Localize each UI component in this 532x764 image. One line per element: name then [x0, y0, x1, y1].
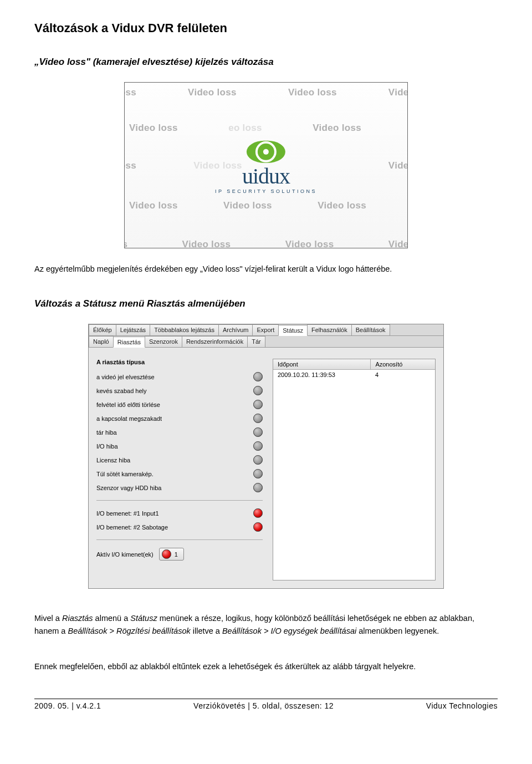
led-icon: [253, 400, 263, 409]
tab-lej-tsz-s[interactable]: Lejátszás: [116, 324, 150, 335]
vloss-text: Video loss: [223, 200, 272, 211]
active-io-output-button[interactable]: 1: [159, 548, 184, 561]
section2-title: Változás a Státusz menü Riasztás almenüj…: [34, 298, 498, 309]
alarm-row: Szenzor vagy HDD hiba: [96, 483, 263, 492]
vloss-text: Video loss: [182, 239, 231, 248]
page-title: Változások a Vidux DVR felületen: [34, 21, 498, 35]
alarm-row: tár hiba: [96, 427, 263, 437]
vidux-logo: uidux IP SECURITY SOLUTIONS: [215, 141, 317, 194]
led-icon: [253, 469, 263, 478]
vloss-text: Video loss: [313, 123, 361, 134]
screenshot-status-menu: ÉlőképLejátszásTöbbablakos lejátszásArch…: [88, 324, 444, 589]
tab-t-r[interactable]: Tár: [247, 336, 265, 347]
vloss-text: Video loss: [129, 200, 178, 211]
alarm-row: a videó jel elvesztése: [96, 372, 263, 381]
alarm-label: I/O hiba: [96, 443, 253, 450]
tab-st-tusz[interactable]: Státusz: [278, 325, 308, 336]
tab-napl-[interactable]: Napló: [89, 336, 114, 347]
led-icon: [253, 508, 263, 518]
vloss-text: Video loss: [288, 87, 337, 98]
led-icon: [253, 441, 263, 451]
alarm-row: a kapcsolat megszakadt: [96, 414, 263, 423]
alarm-label: felvétel idő előtti törlése: [96, 401, 253, 408]
led-icon: [253, 522, 263, 532]
divider: [96, 539, 263, 540]
io-input-label: I/O bemenet: #1 Input1: [96, 510, 253, 517]
eye-icon: [247, 141, 285, 163]
led-icon: [253, 386, 263, 395]
vloss-text: o loss: [124, 160, 136, 171]
led-icon: [253, 372, 263, 381]
divider: [96, 500, 263, 501]
alarm-row: felvétel idő előtti törlése: [96, 400, 263, 409]
led-icon: [162, 549, 171, 559]
footer-rule: [34, 699, 498, 699]
alarm-label: kevés szabad hely: [96, 388, 253, 394]
led-icon: [253, 455, 263, 465]
tab-arch-vum[interactable]: Archívum: [218, 324, 253, 335]
vloss-text: Video lo:: [388, 160, 408, 171]
table-row[interactable]: 2009.10.20. 11:39:53 4: [273, 370, 435, 380]
alarm-row: Túl sötét kamerakép.: [96, 469, 263, 478]
tab-felhaszn-l-k[interactable]: Felhasználók: [307, 324, 352, 335]
alarm-type-header: A riasztás típusa: [96, 359, 263, 365]
alarm-label: Túl sötét kamerakép.: [96, 471, 253, 477]
paragraph-3: Ennek megfelelően, ebből az ablakból elt…: [34, 660, 498, 673]
vloss-text: Video lo:: [388, 239, 408, 248]
paragraph-1: Az egyértelműbb megjelenítés érdekében e…: [34, 263, 498, 275]
vloss-text: Video loss: [285, 239, 334, 248]
active-io-output-label: Aktív I/O kimenet(ek): [96, 551, 154, 558]
alarm-label: a videó jel elvesztése: [96, 374, 253, 380]
output-value: 1: [175, 551, 178, 558]
vloss-text: o loss: [124, 87, 136, 98]
io-input-label: I/O bemenet: #2 Sabotage: [96, 524, 253, 531]
vloss-text: Video lo:: [388, 87, 408, 98]
alarm-row: Licensz hiba: [96, 455, 263, 465]
alarm-label: Licensz hiba: [96, 457, 253, 464]
alarm-row: I/O hiba: [96, 441, 263, 451]
tab-be-ll-t-sok[interactable]: Beállítások: [351, 324, 390, 335]
table-header-id: Azonosító: [371, 359, 435, 369]
main-tab-row: ÉlőképLejátszásTöbbablakos lejátszásArch…: [89, 324, 443, 336]
led-icon: [253, 427, 263, 437]
vloss-text: eo loss: [228, 123, 262, 134]
footer: 2009. 05. | v.4.2.1 Verziókövetés | 5. o…: [34, 701, 498, 710]
tab--l-k-p[interactable]: Élőkép: [89, 324, 116, 335]
tab-rendszerinform-ci-k[interactable]: Rendszerinformációk: [182, 336, 248, 347]
footer-center: Verziókövetés | 5. oldal, összesen: 12: [193, 701, 334, 710]
tab-riaszt-s[interactable]: Riasztás: [113, 337, 145, 348]
io-input-row: I/O bemenet: #1 Input1: [96, 508, 263, 518]
tab-export[interactable]: Export: [252, 324, 279, 335]
io-input-row: I/O bemenet: #2 Sabotage: [96, 522, 263, 532]
vloss-text: Video loss: [188, 87, 237, 98]
screenshot-video-loss: o loss Video loss Video loss Video lo: V…: [124, 82, 408, 248]
alarm-label: tár hiba: [96, 429, 253, 436]
cell-time: 2009.10.20. 11:39:53: [273, 370, 371, 380]
led-icon: [253, 483, 263, 492]
led-icon: [253, 414, 263, 423]
logo-subtitle: IP SECURITY SOLUTIONS: [215, 189, 317, 194]
vloss-text: Video loss: [129, 123, 178, 134]
tab-szenzorok[interactable]: Szenzorok: [145, 336, 182, 347]
alarm-row: kevés szabad hely: [96, 386, 263, 395]
alarm-log-table: Időpont Azonosító 2009.10.20. 11:39:53 4: [273, 359, 436, 580]
alarm-label: Szenzor vagy HDD hiba: [96, 485, 253, 491]
section1-title: „Video loss" (kamerajel elvesztése) kije…: [34, 57, 498, 68]
paragraph-2: Mivel a Riasztás almenü a Státusz menüne…: [34, 612, 498, 637]
vloss-text: Video loss: [318, 200, 366, 211]
vloss-text: loss: [124, 239, 127, 248]
cell-id: 4: [371, 370, 435, 380]
sub-tab-row: NaplóRiasztásSzenzorokRendszerinformáció…: [89, 336, 443, 348]
logo-text: uidux: [215, 166, 317, 186]
footer-right: Vidux Technologies: [426, 701, 498, 710]
alarm-label: a kapcsolat megszakadt: [96, 415, 253, 422]
tab-t-bbablakos-lej-tsz-s[interactable]: Többablakos lejátszás: [150, 324, 219, 335]
footer-left: 2009. 05. | v.4.2.1: [34, 701, 101, 710]
table-header-time: Időpont: [273, 359, 371, 369]
